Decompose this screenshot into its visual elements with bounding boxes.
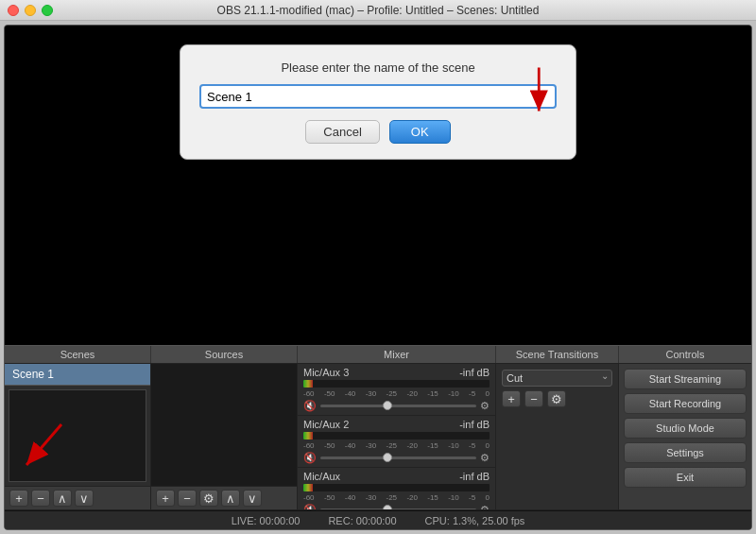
dialog-buttons: Cancel OK [199,120,557,144]
move-scene-up-button[interactable]: ∧ [53,490,72,507]
track-name-2: Mic/Aux [303,471,340,482]
scenes-toolbar: + − ∧ ∨ [5,486,150,509]
ok-arrow-annotation [500,59,552,120]
scenes-header: Scenes [5,346,151,363]
start-streaming-button[interactable]: Start Streaming [624,369,747,389]
transitions-toolbar: + − ⚙ [502,390,612,407]
app-window: Please enter the name of the scene Cance… [4,25,752,530]
sources-toolbar: + − ⚙ ∧ ∨ [151,486,297,509]
studio-mode-button[interactable]: Studio Mode [624,418,747,439]
add-scene-button[interactable]: + [9,490,28,507]
rec-status: REC: 00:00:00 [328,515,396,526]
fader-2[interactable] [320,508,476,509]
sources-header: Sources [151,346,298,363]
move-scene-down-button[interactable]: ∨ [75,490,94,507]
mixer-controls-1: 🔇 ⚙ [303,452,490,464]
scene-thumbnail [9,389,146,482]
exit-button[interactable]: Exit [624,467,747,488]
mixer-panel: Mic/Aux 3 -inf dB -60-50-40 -30-25-20 -1… [298,364,496,509]
scene-name-dialog: Please enter the name of the scene Cance… [180,44,576,160]
fader-1[interactable] [320,456,476,459]
mixer-track-1: Mic/Aux 2 -inf dB -60-50-40 -30-25-20 -1… [298,416,495,468]
live-status: LIVE: 00:00:00 [232,515,301,526]
titlebar: OBS 21.1.1-modified (mac) – Profile: Unt… [0,0,756,21]
controls-header: Controls [619,346,751,363]
track-db-0: -inf dB [459,367,490,378]
mixer-controls-2: 🔇 ⚙ [303,504,490,509]
mixer-track-2: Mic/Aux -inf dB -60-50-40 -30-25-20 -15-… [298,468,495,509]
minimize-button[interactable] [25,5,36,16]
maximize-button[interactable] [42,5,53,16]
transition-settings-button[interactable]: ⚙ [547,390,566,407]
transition-select-wrapper: Cut Fade Swipe Slide [502,370,612,387]
svg-line-3 [26,424,61,465]
sources-panel: + − ⚙ ∧ ∨ [151,364,298,509]
settings-button[interactable]: Settings [624,442,747,463]
remove-transition-button[interactable]: − [524,390,543,407]
cancel-button[interactable]: Cancel [305,120,379,144]
transitions-header: Scene Transitions [496,346,619,363]
window-controls[interactable] [8,5,53,16]
mute-icon-2[interactable]: 🔇 [303,504,317,509]
mute-icon-0[interactable]: 🔇 [303,400,317,412]
move-source-up-button[interactable]: ∧ [221,490,240,507]
cpu-status: CPU: 1.3%, 25.00 fps [425,515,525,526]
start-recording-button[interactable]: Start Recording [624,393,747,414]
mixer-bar-1 [303,432,490,439]
transitions-panel: Cut Fade Swipe Slide + − ⚙ [496,364,619,509]
settings-icon-2[interactable]: ⚙ [480,504,490,509]
scene-arrow-annotation [19,420,76,476]
move-source-down-button[interactable]: ∨ [243,490,262,507]
add-source-button[interactable]: + [156,490,175,507]
scenes-panel: Scene 1 + − ∧ [5,364,151,509]
mixer-scale-2: -60-50-40 -30-25-20 -15-10-5 0 [303,493,490,502]
ok-button[interactable]: OK [389,120,451,144]
close-button[interactable] [8,5,19,16]
track-name-0: Mic/Aux 3 [303,367,349,378]
add-transition-button[interactable]: + [502,390,521,407]
remove-source-button[interactable]: − [178,490,197,507]
dialog-overlay: Please enter the name of the scene Cance… [5,26,751,345]
track-db-1: -inf dB [459,419,490,430]
fader-0[interactable] [320,405,476,407]
mixer-bar-2 [303,484,490,491]
bottom-panel: Scenes Sources Mixer Scene Transitions C… [5,345,751,529]
scene-item[interactable]: Scene 1 [5,364,150,386]
controls-panel: Start Streaming Start Recording Studio M… [619,364,751,509]
track-db-2: -inf dB [459,471,490,482]
mixer-scale-0: -60-50-40 -30-25-20 -15-10-5 0 [303,389,490,398]
panel-content: Scene 1 + − ∧ [5,364,751,510]
source-settings-button[interactable]: ⚙ [199,490,218,507]
panel-headers: Scenes Sources Mixer Scene Transitions C… [5,345,751,364]
settings-icon-0[interactable]: ⚙ [480,400,490,412]
sources-list [151,364,297,486]
preview-area: Please enter the name of the scene Cance… [5,26,751,345]
transition-type-select[interactable]: Cut Fade Swipe Slide [502,370,612,387]
track-name-1: Mic/Aux 2 [303,419,349,430]
mixer-controls-0: 🔇 ⚙ [303,400,490,412]
mixer-header: Mixer [298,346,496,363]
mixer-bar-0 [303,380,490,388]
mixer-track-0: Mic/Aux 3 -inf dB -60-50-40 -30-25-20 -1… [298,364,495,416]
mute-icon-1[interactable]: 🔇 [303,452,317,464]
remove-scene-button[interactable]: − [31,490,50,507]
settings-icon-1[interactable]: ⚙ [480,452,490,464]
window-title: OBS 21.1.1-modified (mac) – Profile: Unt… [217,4,540,17]
status-bar: LIVE: 00:00:00 REC: 00:00:00 CPU: 1.3%, … [5,510,751,529]
mixer-scale-1: -60-50-40 -30-25-20 -15-10-5 0 [303,441,490,450]
